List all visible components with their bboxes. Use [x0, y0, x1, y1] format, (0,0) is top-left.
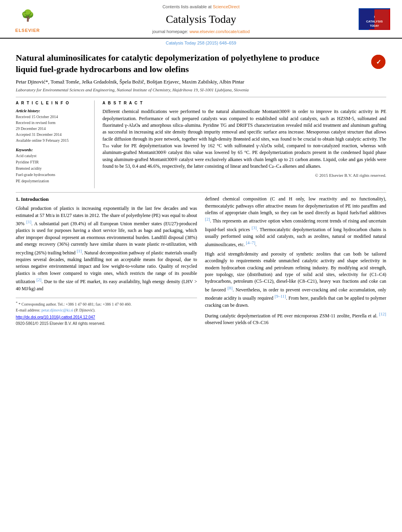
ref-2[interactable]: [2] [36, 277, 41, 282]
volume-line: Catalysis Today 258 (2015) 648–659 [0, 39, 402, 48]
ref-1b[interactable]: [1] [77, 248, 82, 253]
svg-text:i: i [374, 15, 375, 19]
col-left: 1. Introduction Global production of pla… [16, 196, 197, 329]
abstract-text: Different chemical modifications were pe… [102, 108, 386, 170]
article-title-section: Natural aluminosilicates for catalytic d… [16, 52, 386, 75]
accepted-date: Accepted 31 December 2014 [16, 132, 89, 137]
ref-3[interactable]: [3] [252, 225, 257, 230]
divider-1 [16, 97, 386, 97]
email-footnote: E-mail address: petar.djinovic@ki.si (P.… [16, 307, 197, 313]
intro-para-1: Global production of plastics is increas… [16, 205, 197, 292]
email-suffix: (P. Djinović). [74, 308, 95, 312]
authors: Petar Djinović*, Tomaž Tomše, Jelka Grda… [16, 78, 386, 85]
elsevier-logo: 🌳 ELSEVIER [12, 5, 43, 33]
svg-text:✓: ✓ [376, 59, 381, 65]
corresponding-author-note: * * Corresponding author. Tel.: +386 1 4… [16, 300, 197, 307]
contents-text: Contents lists available at [162, 4, 212, 9]
intro-heading: 1. Introduction [16, 196, 197, 203]
keywords-block: Keywords: Acid catalyst Pyridine FTIR Br… [16, 147, 89, 184]
elsevier-label: ELSEVIER [15, 28, 40, 33]
abstract-section: A B S T R A C T Different chemical modif… [102, 100, 386, 188]
keyword-5: PE depolymerization [16, 178, 89, 184]
svg-text:TODAY: TODAY [370, 24, 379, 27]
received-revised-label: Received in revised form [16, 120, 89, 126]
crossmark-icon: ✓ [371, 55, 385, 69]
received-revised-date: 29 December 2014 [16, 126, 89, 132]
tree-icon: 🌳 [21, 10, 35, 21]
homepage-text: journal homepage: [152, 29, 188, 34]
catalysis-logo: i CATALYSIS TODAY [359, 8, 390, 30]
keyword-1: Acid catalyst [16, 153, 89, 159]
ref-1[interactable]: [1] [26, 219, 32, 224]
main-columns: 1. Introduction Global production of pla… [16, 196, 386, 333]
crossmark-svg: ✓ [371, 55, 385, 69]
intro-para-4: During catalytic depolymerization of PE … [205, 311, 386, 326]
email-label: E-mail address: [16, 308, 40, 312]
doi-line: http://dx.doi.org/10.1016/j.cattod.2014.… [16, 315, 197, 320]
sciencedirect-link[interactable]: ScienceDirect [213, 4, 240, 9]
received-date: Received 15 October 2014 [16, 114, 89, 120]
ref-2b[interactable]: [2] [205, 217, 210, 221]
ref-8[interactable]: [8] [227, 285, 233, 290]
history-label: Article history: [16, 108, 89, 114]
article-info-abstract: A R T I C L E I N F O Article history: R… [16, 100, 386, 188]
crossmark: ✓ [370, 54, 386, 70]
email-link[interactable]: petar.djinovic@ki.si [41, 308, 73, 312]
affiliation: Laboratory for Environmental Sciences an… [16, 87, 386, 93]
article-title: Natural aluminosilicates for catalytic d… [16, 52, 339, 75]
abstract-title: A B S T R A C T [102, 100, 386, 106]
homepage-link[interactable]: www.elsevier.com/locate/cattod [190, 29, 250, 34]
keyword-3: Brønsted acidity [16, 165, 89, 172]
ref-9-11[interactable]: [9–11] [275, 294, 286, 298]
journal-header: 🌳 ELSEVIER Contents lists available at S… [0, 0, 402, 39]
page: 🌳 ELSEVIER Contents lists available at S… [0, 0, 402, 532]
ref-12[interactable]: [12] [379, 311, 386, 316]
issn-line: 0920-5861/© 2015 Elsevier B.V. All right… [16, 321, 197, 326]
article-body: Natural aluminosilicates for catalytic d… [0, 48, 402, 336]
doi-link[interactable]: http://dx.doi.org/10.1016/j.cattod.2014.… [16, 315, 95, 319]
divider-2 [16, 192, 386, 193]
available-date: Available online 9 February 2015 [16, 137, 89, 143]
ref-4-7[interactable]: [4–7] [246, 240, 255, 245]
sciencedirect-line: Contents lists available at ScienceDirec… [43, 4, 359, 10]
article-info-title: A R T I C L E I N F O [16, 100, 89, 106]
section-title: Introduction [21, 196, 49, 202]
col-right: defined chemical composition (C and H on… [205, 196, 386, 329]
catalysis-logo-svg: i CATALYSIS TODAY [360, 9, 389, 30]
section-number: 1. [16, 196, 20, 202]
copyright: © 2015 Elsevier B.V. All rights reserved… [102, 172, 386, 178]
history-block: Article history: Received 15 October 201… [16, 108, 89, 143]
elsevier-tree-logo: 🌳 [12, 5, 43, 27]
keyword-4: Fuel-grade hydrocarbons [16, 172, 89, 178]
journal-center-header: Contents lists available at ScienceDirec… [43, 4, 359, 35]
footnote-section: * * Corresponding author. Tel.: +386 1 4… [16, 298, 197, 326]
keywords-label: Keywords: [16, 147, 89, 153]
intro-para-2: defined chemical composition (C and H on… [205, 196, 386, 248]
authors-text: Petar Djinović*, Tomaž Tomše, Jelka Grda… [16, 79, 244, 85]
corresponding-author-text: * Corresponding author. Tel.: +386 1 47 … [19, 302, 132, 306]
keyword-2: Pyridine FTIR [16, 159, 89, 165]
intro-para-3: High acid strength/density and porosity … [205, 251, 386, 309]
article-info: A R T I C L E I N F O Article history: R… [16, 100, 95, 188]
journal-title-header: Catalysis Today [43, 11, 359, 27]
journal-homepage-line: journal homepage: www.elsevier.com/locat… [43, 29, 359, 35]
svg-text:CATALYSIS: CATALYSIS [366, 20, 383, 23]
